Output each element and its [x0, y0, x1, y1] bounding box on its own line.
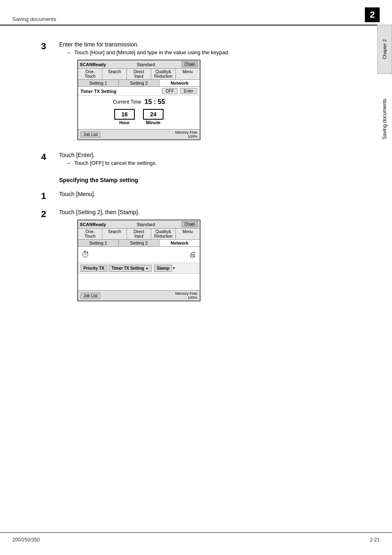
- panel2-nav-direct[interactable]: DirectInput: [127, 229, 151, 239]
- stamp-step-2-content: Touch [Setting 2], then [Stamp]. SCANRea…: [59, 209, 351, 305]
- panel1-standard: Standard: [110, 62, 182, 67]
- panel1-top-bar: SCANReady Standard Chain: [78, 60, 200, 69]
- panel2-top-bar: SCANReady Standard Chain: [78, 220, 200, 229]
- step-4-main-text: Touch [Enter].: [59, 152, 351, 158]
- panel2-chain-btn[interactable]: Chain: [182, 221, 198, 227]
- panel1-nav-menu[interactable]: Menu: [176, 69, 200, 79]
- panel1-timer-row: Timer TX Setting OFF Enter: [78, 87, 200, 96]
- panel2-standard: Standard: [110, 222, 182, 227]
- panel2-timer-tx-label: Timer TX Setting: [112, 266, 144, 271]
- step-3-sub-content: Touch [Hour] and [Minute] and type in th…: [74, 49, 230, 56]
- panel2-tab-setting1[interactable]: Setting 1: [78, 240, 119, 246]
- panel2-bottom-row: Job List Memory Free 100%: [78, 290, 200, 301]
- panel1-nav-direct[interactable]: DirectInput: [127, 69, 151, 79]
- panel1-nav-quality[interactable]: Quality&Reduction: [151, 69, 175, 79]
- panel2-icons-row: ⏱ 🖨: [78, 247, 200, 263]
- panel1-current-time-value: 15 : 55: [145, 98, 165, 106]
- panel1-minute-value[interactable]: 24: [143, 109, 164, 120]
- panel2-tab-setting2[interactable]: Setting 2: [119, 240, 159, 246]
- panel2-spacer: [78, 274, 200, 290]
- panel1-nav-row: One-Touch Search DirectInput Quality&Red…: [78, 69, 200, 80]
- panel2-right-icon: 🖨: [189, 250, 196, 259]
- step-4-content: Touch [Enter]. – Touch [OFF] to cancel t…: [59, 152, 351, 169]
- panel1-tab-network[interactable]: Network: [159, 80, 200, 86]
- stamp-section-heading: Specifying the Stamp setting: [59, 177, 351, 183]
- step-4-sub-content: Touch [OFF] to cancel the settings.: [74, 160, 157, 166]
- panel2-timer-arrow-icon: ▼: [145, 267, 149, 271]
- panel1-scan-ready: SCANReady: [80, 62, 106, 67]
- page-footer: 200/250/350 2-21: [0, 532, 392, 547]
- ui-panel-1: SCANReady Standard Chain One-Touch Searc…: [77, 60, 201, 140]
- panel2-stamp-btn[interactable]: Stamp: [154, 265, 173, 272]
- step-3-sub-text: – Touch [Hour] and [Minute] and type in …: [67, 49, 351, 56]
- panel1-hour-label: Hour: [119, 120, 130, 125]
- panel1-chain-btn[interactable]: Chain: [182, 61, 198, 67]
- panel1-enter-btn[interactable]: Enter: [180, 88, 197, 94]
- panel1-job-list[interactable]: Job List: [81, 132, 100, 138]
- panel2-scan-ready: SCANReady: [80, 222, 106, 227]
- panel1-bottom-row: Job List Memory Free 100%: [78, 129, 200, 139]
- dash-icon-2: –: [67, 160, 70, 166]
- panel1-timer-label: Timer TX Setting: [81, 89, 159, 94]
- panel2-buttons-row: Priority TX Timer TX Setting ▼ Stamp ▼: [78, 263, 200, 274]
- panel1-minute-group: 24 Minute: [143, 109, 164, 125]
- chapter-label: Chapter 2: [377, 25, 392, 74]
- stamp-step-1-number: 1: [41, 191, 56, 201]
- panel1-tabs-row: Setting 1 Setting 2 Network: [78, 80, 200, 87]
- saving-documents-label: Saving documents: [377, 78, 392, 160]
- panel1-tab-setting1[interactable]: Setting 1: [78, 80, 119, 86]
- panel1-memory-label: Memory Free: [175, 130, 197, 134]
- panel2-left-icon: ⏱: [81, 250, 90, 259]
- panel2-tab-network[interactable]: Network: [159, 240, 200, 246]
- stamp-step-1-content: Touch [Menu].: [59, 191, 351, 199]
- panel1-tab-setting2[interactable]: Setting 2: [119, 80, 159, 86]
- panel1-memory-percent: 100%: [188, 134, 197, 139]
- step-3-row: 3 Enter the time for transmission. – Tou…: [41, 41, 351, 144]
- panel1-time-section: Current Time 15 : 55 16 Hour 24 Minute: [78, 96, 200, 129]
- panel2-stamp-arrow-icon: ▼: [172, 266, 175, 270]
- dash-icon: –: [67, 49, 70, 56]
- panel2-priority-tx-btn[interactable]: Priority TX: [81, 265, 107, 272]
- stamp-step-2-row: 2 Touch [Setting 2], then [Stamp]. SCANR…: [41, 209, 351, 305]
- panel1-nav-search[interactable]: Search: [102, 69, 127, 79]
- panel2-nav-search[interactable]: Search: [102, 229, 127, 239]
- panel1-current-time-row: Current Time 15 : 55: [81, 98, 197, 106]
- step-3-number: 3: [41, 41, 56, 52]
- panel2-nav-menu[interactable]: Menu: [176, 229, 200, 239]
- panel2-nav-row: One-Touch Search DirectInput Quality&Red…: [78, 229, 200, 240]
- panel2-timer-tx-btn[interactable]: Timer TX Setting ▼: [109, 265, 152, 272]
- stamp-step-2-number: 2: [41, 209, 56, 220]
- panel2-job-list[interactable]: Job List: [81, 293, 100, 299]
- step-3-content: Enter the time for transmission. – Touch…: [59, 41, 351, 144]
- panel1-memory-free: Memory Free 100%: [175, 130, 197, 139]
- panel2-tabs-row: Setting 1 Setting 2 Network: [78, 240, 200, 247]
- step-4-number: 4: [41, 152, 56, 162]
- main-content: 3 Enter the time for transmission. – Tou…: [0, 25, 376, 326]
- panel1-hour-value[interactable]: 16: [114, 109, 135, 120]
- panel1-current-time-label: Current Time: [113, 99, 141, 105]
- page-container: Saving documents 2 Chapter 2 Saving docu…: [0, 0, 392, 555]
- ui-panel-2: SCANReady Standard Chain One-Touch Searc…: [77, 220, 201, 301]
- panel2-memory-free: Memory Free 100%: [175, 291, 197, 300]
- stamp-step-1-text: Touch [Menu].: [59, 191, 351, 197]
- panel1-off-btn[interactable]: OFF: [162, 88, 178, 94]
- panel2-memory-label: Memory Free: [175, 291, 197, 296]
- panel2-nav-quality[interactable]: Quality&Reduction: [151, 229, 175, 239]
- panel1-hour-group: 16 Hour: [114, 109, 135, 125]
- stamp-step-2-text: Touch [Setting 2], then [Stamp].: [59, 209, 351, 215]
- step-4-sub-text: – Touch [OFF] to cancel the settings.: [67, 160, 351, 166]
- panel2-nav-onetouch[interactable]: One-Touch: [78, 229, 102, 239]
- panel1-input-row: 16 Hour 24 Minute: [81, 107, 197, 127]
- panel1-minute-label: Minute: [146, 120, 160, 125]
- header-title: Saving documents: [12, 16, 56, 22]
- page-header: Saving documents 2: [0, 0, 392, 25]
- chapter-number-badge: 2: [365, 7, 380, 22]
- panel2-memory-percent: 100%: [188, 296, 197, 300]
- right-sidebar: Chapter 2 Saving documents: [377, 25, 392, 271]
- stamp-step-1-row: 1 Touch [Menu].: [41, 191, 351, 201]
- footer-model: 200/250/350: [12, 537, 40, 543]
- footer-page: 2-21: [370, 537, 380, 543]
- panel1-nav-onetouch[interactable]: One-Touch: [78, 69, 102, 79]
- step-4-row: 4 Touch [Enter]. – Touch [OFF] to cancel…: [41, 152, 351, 169]
- step-3-main-text: Enter the time for transmission.: [59, 41, 351, 48]
